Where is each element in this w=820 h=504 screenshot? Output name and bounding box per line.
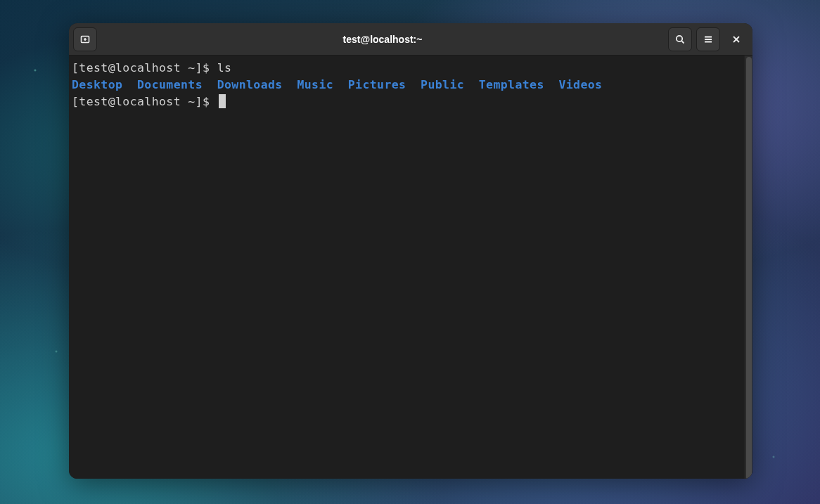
scrollbar[interactable]: [744, 56, 752, 479]
prompt: [test@localhost ~]$: [72, 61, 217, 75]
titlebar: test@localhost:~: [69, 23, 752, 56]
new-tab-button[interactable]: [73, 27, 97, 51]
svg-line-4: [681, 41, 684, 43]
scrollbar-thumb[interactable]: [746, 57, 752, 479]
directory-item: Desktop: [72, 78, 122, 91]
close-icon: [731, 34, 741, 44]
terminal-window: test@localhost:~: [69, 23, 752, 479]
directory-item: Videos: [558, 78, 602, 91]
directory-item: Documents: [137, 78, 203, 91]
window-title: test@localhost:~: [101, 34, 664, 45]
directory-item: Music: [297, 78, 333, 91]
new-tab-icon: [79, 34, 91, 45]
hamburger-icon: [703, 34, 714, 45]
prompt: [test@localhost ~]$: [72, 95, 217, 108]
search-button[interactable]: [668, 27, 692, 51]
directory-item: Pictures: [348, 78, 406, 91]
terminal-content[interactable]: [test@localhost ~]$ ls Desktop Documents…: [69, 56, 744, 479]
cursor: [219, 94, 226, 108]
svg-point-3: [677, 35, 682, 41]
search-icon: [674, 34, 686, 45]
close-button[interactable]: [724, 27, 748, 51]
directory-item: Downloads: [217, 78, 283, 91]
directory-item: Public: [421, 78, 464, 91]
directory-item: Templates: [479, 78, 544, 91]
command-text: ls: [217, 61, 232, 75]
menu-button[interactable]: [696, 27, 720, 51]
terminal-body[interactable]: [test@localhost ~]$ ls Desktop Documents…: [69, 56, 752, 479]
